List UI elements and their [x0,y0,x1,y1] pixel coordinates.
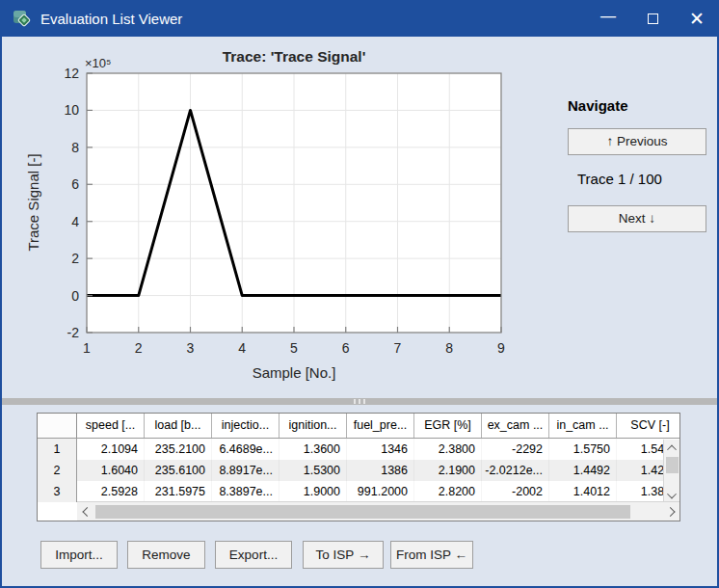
x-axis-label: Sample [No.] [253,364,336,381]
maximize-icon [648,13,658,24]
table-cell[interactable]: -2002 [482,481,549,502]
table-cell[interactable]: 991.2000 [347,481,414,502]
scroll-up-button[interactable] [664,440,680,456]
table-row[interactable]: 21.6040235.61008.8917e...1.530013862.190… [38,460,679,481]
table-cell[interactable]: 235.6100 [145,460,212,481]
table-cell[interactable]: -2.0212e... [482,460,549,481]
x-tick-label: 6 [342,340,350,356]
table-cell[interactable]: 1386 [347,460,414,481]
table-cell[interactable]: 1.5750 [549,439,617,460]
close-button[interactable]: ✕ [675,0,719,37]
table-cell[interactable]: 1.4012 [549,481,617,502]
column-header: SCV [-] [617,414,680,438]
table-cell[interactable]: 1.9000 [280,481,347,502]
horizontal-splitter[interactable] [0,398,719,405]
y-tick-label: 10 [64,102,79,118]
table-cell[interactable]: 235.2100 [145,439,212,460]
import-button[interactable]: Import... [40,541,118,569]
trace-counter: Trace 1 / 100 [577,171,662,187]
row-number: 1 [38,439,77,460]
chart-title: Trace: 'Trace Signal' [223,48,366,65]
window-title: Evaluation List Viewer [40,11,182,27]
x-tick-label: 2 [135,340,143,356]
maximize-button[interactable] [630,0,675,37]
x-tick-label: 9 [497,340,505,356]
vertical-scroll-thumb[interactable] [666,457,679,473]
horizontal-scroll-thumb[interactable] [95,505,630,519]
table-cell[interactable]: 1.5300 [280,460,347,481]
evaluation-table: speed [...load [b...injectio...ignition.… [37,413,680,521]
table-cell[interactable]: 1.3600 [280,439,347,460]
table-cell[interactable]: 231.5975 [145,481,212,502]
x-tick-label: 8 [445,340,453,356]
table-cell[interactable]: 1.6040 [77,460,145,481]
row-number: 2 [38,460,77,481]
column-header: load [b... [145,414,212,438]
table-cell[interactable]: 2.1900 [414,460,482,481]
table-cell[interactable]: 1346 [347,439,414,460]
previous-button[interactable]: ↑ Previous [568,128,706,155]
column-header: in_cam ... [549,414,617,438]
y-tick-label: 4 [71,214,79,229]
column-header: ex_cam ... [482,414,549,438]
table-corner-cell [38,414,77,438]
navigate-heading: Navigate [568,97,628,114]
y-tick-label: 2 [71,251,79,266]
column-header: ignition... [280,414,347,438]
x-tick-label: 4 [238,340,246,356]
column-header: fuel_pre... [347,414,414,438]
table-cell[interactable]: 8.8917e... [212,460,280,481]
table-cell[interactable]: 2.3800 [414,439,482,460]
row-number: 3 [38,481,77,502]
minimize-icon: — [600,8,616,25]
next-button[interactable]: Next ↓ [568,205,706,232]
table-row[interactable]: 32.5928231.59758.3897e...1.9000991.20002… [38,481,679,502]
remove-button[interactable]: Remove [127,541,205,569]
y-axis-label: Trace Signal [-] [25,153,41,251]
horizontal-scrollbar[interactable] [77,501,679,521]
app-icon [13,9,32,28]
trace-signal-chart: 123456789-2024681012 Trace: 'Trace Signa… [23,39,548,397]
from-isp-button[interactable]: From ISP ← [390,541,473,569]
x-tick-label: 7 [394,340,402,356]
evaluation-list-viewer-window: Evaluation List Viewer — ✕ 123456789-202… [0,0,719,588]
column-header: speed [... [77,414,145,438]
scroll-left-button[interactable] [77,503,93,520]
table-cell[interactable]: 2.8200 [414,481,482,502]
vertical-scrollbar[interactable] [663,440,679,503]
table-row[interactable]: 12.1094235.21006.4689e...1.360013462.380… [38,439,679,460]
splitter-grip-icon [354,399,365,404]
export-button[interactable]: Export... [215,541,292,569]
x-tick-label: 1 [83,340,91,356]
y-tick-label: 12 [64,66,79,81]
table-header-row: speed [...load [b...injectio...ignition.… [38,414,679,439]
column-header: injectio... [212,414,280,438]
chevron-right-icon [665,507,675,517]
y-tick-label: 0 [71,288,79,304]
table-cell[interactable]: 6.4689e... [212,439,280,460]
table-cell[interactable]: 2.5928 [77,481,145,502]
x-tick-label: 5 [290,340,298,356]
to-isp-button[interactable]: To ISP → [303,541,384,569]
table-cell[interactable]: -2292 [482,439,549,460]
x-tick-label: 3 [187,340,195,356]
table-cell[interactable]: 1.4492 [549,460,617,481]
minimize-button[interactable]: — [586,0,630,37]
close-icon: ✕ [689,8,705,30]
title-bar: Evaluation List Viewer — ✕ [0,0,719,37]
y-tick-label: 8 [71,140,79,155]
chevron-up-icon [667,444,677,454]
column-header: EGR [%] [414,414,482,438]
table-cell[interactable]: 2.1094 [77,439,145,460]
y-tick-label: -2 [67,325,80,340]
chevron-down-icon [667,489,677,498]
y-tick-label: 6 [71,176,79,192]
y-axis-exponent: ×10⁵ [85,56,111,70]
table-cell[interactable]: 8.3897e... [212,481,280,502]
chevron-left-icon [82,507,92,517]
scroll-right-button[interactable] [663,503,679,520]
